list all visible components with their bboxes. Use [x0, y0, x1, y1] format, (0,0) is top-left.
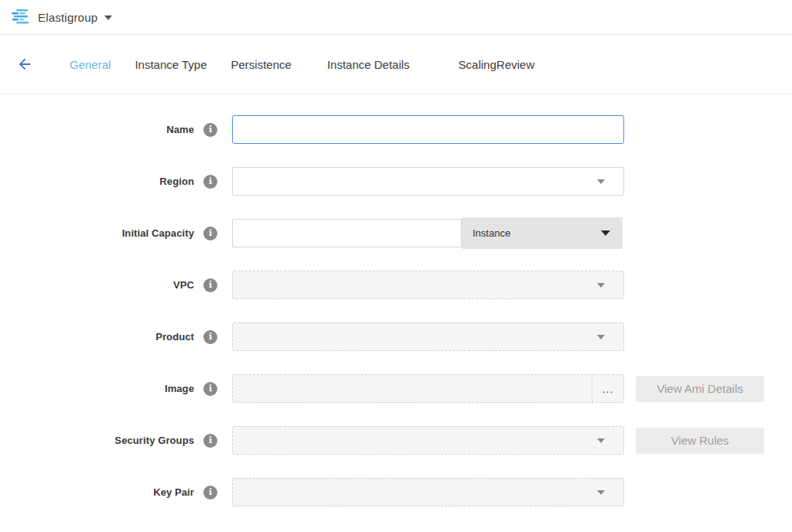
elastigroup-logo-icon — [11, 9, 31, 26]
back-arrow-icon[interactable] — [15, 55, 34, 73]
initial-capacity-label: Initial Capacity — [122, 227, 194, 239]
form-row-initial-capacity: Initial Capacity i Instance — [0, 219, 792, 247]
capacity-unit-select[interactable]: Instance — [462, 217, 623, 249]
security-groups-select — [232, 426, 624, 455]
key-pair-label: Key Pair — [153, 486, 194, 498]
info-icon[interactable]: i — [203, 330, 217, 344]
info-icon[interactable]: i — [203, 434, 217, 448]
tab-general[interactable]: General — [70, 58, 111, 71]
chevron-down-icon — [597, 490, 605, 495]
info-icon[interactable]: i — [203, 175, 217, 189]
browse-ami-button[interactable]: ... — [592, 375, 623, 402]
chevron-down-icon — [597, 335, 605, 339]
chevron-down-icon — [601, 230, 610, 236]
region-label: Region — [159, 176, 194, 187]
chevron-down-icon — [597, 179, 605, 184]
view-rules-button[interactable]: View Rules — [636, 428, 764, 454]
tab-instance-details[interactable]: Instance Details — [327, 58, 410, 71]
capacity-unit-value: Instance — [473, 227, 510, 239]
form-row-vpc: VPC i — [0, 271, 792, 299]
info-icon[interactable]: i — [203, 486, 217, 500]
region-select[interactable] — [232, 167, 624, 196]
initial-capacity-input[interactable] — [232, 219, 462, 247]
name-input[interactable] — [232, 115, 624, 144]
info-icon[interactable]: i — [203, 382, 217, 396]
chevron-down-icon — [597, 283, 605, 288]
view-ami-details-button[interactable]: View Ami Details — [636, 376, 764, 402]
name-label: Name — [166, 124, 194, 135]
chevron-down-icon — [597, 438, 605, 443]
form-row-product: Product i — [0, 322, 792, 351]
vpc-label: VPC — [173, 279, 194, 291]
form-row-name: Name i — [0, 115, 792, 144]
general-form: Name i Region i Initial Capacity i Insta… — [0, 94, 792, 506]
topbar: Elastigroup — [0, 0, 792, 35]
info-icon[interactable]: i — [203, 278, 217, 292]
image-input — [233, 375, 592, 402]
tab-review[interactable]: Review — [497, 58, 534, 71]
info-icon[interactable]: i — [203, 123, 217, 137]
form-row-security-groups: Security Groups i View Rules — [0, 426, 792, 455]
vpc-select — [232, 271, 624, 299]
product-select — [232, 322, 624, 351]
wizard-tabbar: General Instance Type Persistence Instan… — [0, 35, 792, 94]
app-switcher-label[interactable]: Elastigroup — [38, 11, 97, 24]
image-field: ... — [232, 374, 624, 403]
info-icon[interactable]: i — [203, 227, 217, 240]
tab-scaling[interactable]: Scaling — [459, 58, 497, 71]
form-row-image: Image i ... View Ami Details — [0, 374, 792, 403]
image-label: Image — [165, 383, 194, 394]
tab-instance-type[interactable]: Instance Type — [135, 58, 207, 71]
tab-persistence[interactable]: Persistence — [231, 58, 292, 71]
key-pair-select — [232, 478, 624, 506]
product-label: Product — [155, 331, 194, 343]
chevron-down-icon[interactable] — [104, 15, 112, 20]
form-row-key-pair: Key Pair i — [0, 478, 792, 506]
form-row-region: Region i — [0, 167, 792, 196]
security-groups-label: Security Groups — [114, 435, 194, 446]
